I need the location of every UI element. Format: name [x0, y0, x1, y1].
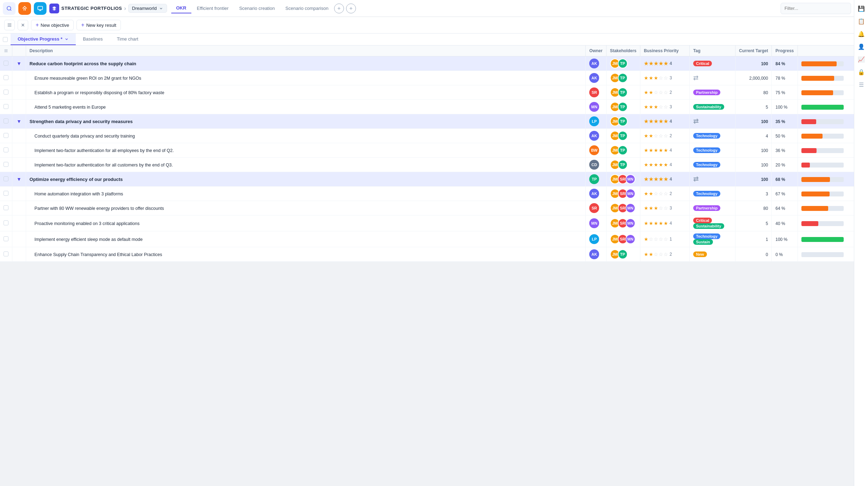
- tag-badge: Technology: [693, 233, 720, 239]
- rs-list-icon[interactable]: 📋: [856, 16, 867, 27]
- tab-scenario-comparison[interactable]: Scenario comparison: [281, 4, 333, 13]
- row-description: Strengthen data privacy and security mea…: [30, 119, 133, 124]
- owner-cell: AK: [586, 247, 606, 262]
- breadcrumb: STRATEGIC PORTFOLIOS › Dreamworld: [49, 4, 167, 13]
- expand-button[interactable]: ▼: [16, 118, 22, 125]
- svg-rect-2: [38, 6, 42, 10]
- new-key-result-button[interactable]: + New key result: [76, 20, 121, 30]
- group-row: ▼Strengthen data privacy and security me…: [0, 114, 854, 129]
- expand-button[interactable]: ▼: [16, 176, 22, 183]
- owner-cell: TP: [586, 172, 606, 187]
- progress-bar-cell: [798, 56, 854, 71]
- progress-bar-cell: [798, 129, 854, 143]
- rs-menu-icon[interactable]: ☰: [856, 79, 867, 90]
- tab-time-chart[interactable]: Time chart: [110, 34, 146, 45]
- tag-cell: Partnership: [690, 85, 735, 100]
- toolbar-close-icon[interactable]: [18, 20, 28, 30]
- filter-input[interactable]: [781, 3, 851, 14]
- row-checkbox[interactable]: [4, 236, 8, 241]
- row-checkbox[interactable]: [4, 251, 8, 256]
- svg-line-1: [10, 10, 11, 11]
- business-priority-cell: ★★★★★4: [640, 172, 690, 187]
- row-checkbox[interactable]: [4, 162, 8, 167]
- search-button[interactable]: [3, 2, 16, 15]
- stakeholders-cell: JMTP: [606, 71, 640, 85]
- table-row: Partner with 80 WW renewable energy prov…: [0, 201, 854, 215]
- progress-bar-cell: [798, 71, 854, 85]
- row-checkbox[interactable]: [4, 104, 8, 109]
- arrow-icon: ⇄: [693, 176, 698, 183]
- tag-cell: Technology: [690, 129, 735, 143]
- row-description: Enhance Supply Chain Transparency and Et…: [35, 252, 162, 257]
- stakeholders-cell: JMSRMN: [606, 187, 640, 201]
- rs-save-icon[interactable]: 💾: [856, 3, 867, 14]
- toolbar-menu-icon[interactable]: [4, 20, 15, 30]
- row-description: Proactive monitoring enabled on 3 critic…: [35, 221, 140, 226]
- progress-pct-cell: 20 %: [772, 158, 798, 172]
- tab-okr[interactable]: OKR: [171, 3, 191, 13]
- row-checkbox[interactable]: [4, 191, 8, 196]
- add-view-button[interactable]: +: [346, 4, 356, 13]
- row-checkbox[interactable]: [4, 220, 8, 225]
- expand-button[interactable]: ▼: [16, 60, 22, 67]
- select-all-checkbox[interactable]: [3, 37, 8, 42]
- row-checkbox[interactable]: [4, 90, 8, 95]
- row-checkbox[interactable]: [4, 133, 8, 138]
- target-value: 4: [766, 134, 768, 139]
- top-bar: STRATEGIC PORTFOLIOS › Dreamworld OKR Ef…: [0, 0, 854, 17]
- tag-badge: Technology: [693, 162, 720, 168]
- row-checkbox[interactable]: [4, 147, 8, 152]
- row-checkbox[interactable]: [4, 61, 8, 66]
- home-button[interactable]: [18, 2, 31, 15]
- add-tab-button[interactable]: +: [334, 4, 344, 13]
- stakeholders-cell: JMTP: [606, 114, 640, 129]
- progress-percent: 84 %: [775, 61, 785, 66]
- progress-bar: [801, 206, 844, 211]
- business-priority-cell: ★★★☆☆3: [640, 100, 690, 114]
- rs-user-icon[interactable]: 👤: [856, 41, 867, 52]
- table-container: Description Owner Stakeholders Business …: [0, 45, 854, 262]
- rs-chart-icon[interactable]: 📈: [856, 54, 867, 65]
- table-row: Proactive monitoring enabled on 3 critic…: [0, 215, 854, 231]
- progress-bar: [801, 192, 844, 196]
- progress-percent: 20 %: [775, 163, 785, 168]
- tab-efficient-frontier[interactable]: Efficient frontier: [192, 4, 234, 13]
- target-cell: 100: [735, 158, 772, 172]
- target-cell: 100: [735, 143, 772, 158]
- tag-cell: Critical Sustainability: [690, 215, 735, 231]
- tag-cell: Technology Sustain: [690, 231, 735, 247]
- target-value: 100: [761, 163, 768, 168]
- rs-lock-icon[interactable]: 🔒: [856, 66, 867, 78]
- tag-badge: Partnership: [693, 90, 720, 95]
- progress-percent: 67 %: [775, 192, 785, 196]
- target-cell: 3: [735, 187, 772, 201]
- progress-bar-cell: [798, 143, 854, 158]
- portfolio-icon: [49, 4, 59, 13]
- portfolio-dropdown[interactable]: Dreamworld: [128, 4, 167, 13]
- row-checkbox[interactable]: [4, 176, 8, 181]
- row-description: Implement two-factor authentication for …: [35, 163, 173, 168]
- stakeholders-cell: JMTP: [606, 85, 640, 100]
- business-priority-cell: ★★★☆☆3: [640, 71, 690, 85]
- progress-bar: [801, 119, 844, 124]
- chart-button[interactable]: [34, 2, 47, 15]
- rs-bell-icon[interactable]: 🔔: [856, 28, 867, 40]
- col-progress: Progress: [772, 45, 798, 56]
- tag-badge: Technology: [693, 133, 720, 139]
- row-description: Establish a program or responsibly dispo…: [35, 90, 164, 95]
- row-checkbox[interactable]: [4, 205, 8, 210]
- row-checkbox[interactable]: [4, 119, 8, 123]
- progress-pct-cell: 0 %: [772, 247, 798, 262]
- target-value: 0: [766, 252, 768, 257]
- target-value: 1: [766, 237, 768, 242]
- table-row: Ensure measureable green ROI on 2M grant…: [0, 71, 854, 85]
- new-objective-button[interactable]: + New objective: [31, 20, 74, 30]
- view-tabs: Objective Progress * Baselines Time char…: [0, 34, 854, 45]
- tab-objective-progress[interactable]: Objective Progress *: [11, 34, 76, 45]
- stakeholders-cell: JMTP: [606, 100, 640, 114]
- row-checkbox[interactable]: [4, 75, 8, 80]
- tab-scenario-creation[interactable]: Scenario creation: [234, 4, 280, 13]
- tab-baselines[interactable]: Baselines: [76, 34, 110, 45]
- progress-bar-cell: [798, 187, 854, 201]
- progress-bar-cell: [798, 172, 854, 187]
